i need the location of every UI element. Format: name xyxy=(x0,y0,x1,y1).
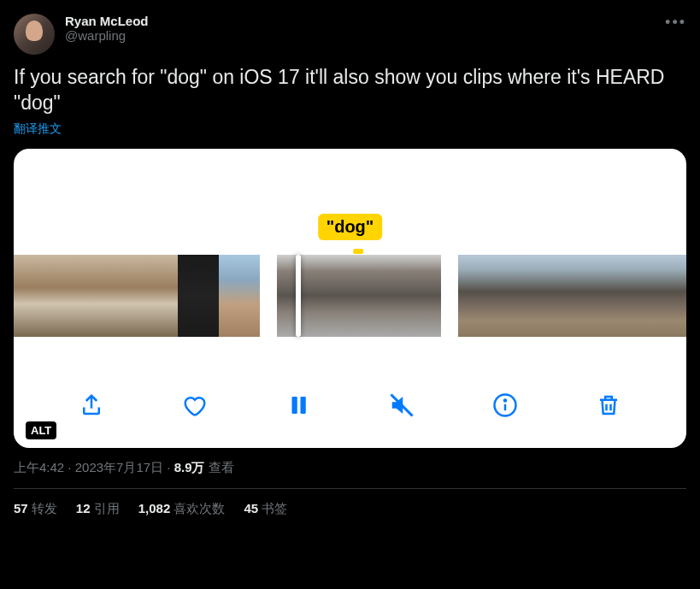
translate-link[interactable]: 翻译推文 xyxy=(14,121,686,137)
thumbnail xyxy=(400,255,441,337)
clip-group xyxy=(14,255,260,337)
meta-line: 上午4:42 · 2023年7月17日 · 8.9万 查看 xyxy=(14,460,686,489)
thumbnail xyxy=(318,255,359,337)
retweets-label: 转发 xyxy=(32,501,57,515)
user-handle: @warpling xyxy=(65,28,686,43)
delete-button[interactable] xyxy=(591,388,626,422)
svg-point-5 xyxy=(504,399,506,401)
trash-icon xyxy=(596,392,621,418)
video-timeline[interactable] xyxy=(14,255,686,337)
quotes-stat[interactable]: 12 引用 xyxy=(76,501,120,517)
likes-stat[interactable]: 1,082 喜欢次数 xyxy=(138,501,226,517)
alt-badge[interactable]: ALT xyxy=(26,421,56,439)
display-name: Ryan McLeod xyxy=(65,14,686,28)
svg-rect-1 xyxy=(300,397,305,414)
clip-group xyxy=(458,255,686,337)
avatar[interactable] xyxy=(14,14,55,55)
quotes-count: 12 xyxy=(76,501,91,515)
quotes-label: 引用 xyxy=(94,501,120,515)
thumbnail xyxy=(540,255,581,337)
svg-rect-0 xyxy=(291,397,297,414)
share-icon xyxy=(79,392,104,418)
thumbnail xyxy=(622,255,663,337)
tweet-time[interactable]: 上午4:42 xyxy=(14,460,64,474)
views-label: 查看 xyxy=(209,460,234,474)
info-icon xyxy=(492,392,518,418)
views-count: 8.9万 xyxy=(174,460,205,474)
like-button[interactable] xyxy=(178,388,212,422)
bookmarks-stat[interactable]: 45 书签 xyxy=(244,501,287,517)
bookmarks-count: 45 xyxy=(244,501,258,515)
bookmarks-label: 书签 xyxy=(262,501,287,515)
thumbnail xyxy=(458,255,499,337)
thumbnail xyxy=(178,255,219,337)
thumbnail xyxy=(137,255,178,337)
pause-icon xyxy=(285,392,311,418)
tweet-date[interactable]: 2023年7月17日 xyxy=(75,460,163,474)
info-button[interactable] xyxy=(488,388,522,422)
thumbnail xyxy=(581,255,622,337)
clip-group xyxy=(277,255,441,337)
pause-button[interactable] xyxy=(281,388,315,422)
tweet-text: If you search for "dog" on iOS 17 it'll … xyxy=(14,65,686,116)
tweet-header: Ryan McLeod @warpling xyxy=(14,14,686,55)
media-toolbar xyxy=(14,388,686,422)
thumbnail xyxy=(499,255,540,337)
share-button[interactable] xyxy=(74,388,109,422)
user-info[interactable]: Ryan McLeod @warpling xyxy=(65,14,686,43)
likes-label: 喜欢次数 xyxy=(174,501,225,515)
stats-line: 57 转发 12 引用 1,082 喜欢次数 45 书签 xyxy=(14,489,686,529)
likes-count: 1,082 xyxy=(138,501,171,515)
tweet-container: ••• Ryan McLeod @warpling If you search … xyxy=(0,0,700,543)
thumbnail xyxy=(219,255,260,337)
media-card[interactable]: "dog" xyxy=(14,149,686,448)
retweets-stat[interactable]: 57 转发 xyxy=(14,501,57,517)
retweets-count: 57 xyxy=(14,501,28,515)
mute-button[interactable] xyxy=(385,388,419,422)
more-icon[interactable]: ••• xyxy=(665,14,686,32)
thumbnail xyxy=(359,255,400,337)
thumbnail xyxy=(663,255,686,337)
mute-icon xyxy=(389,392,415,418)
thumbnail xyxy=(96,255,137,337)
search-tag-label: "dog" xyxy=(318,214,383,240)
heart-icon xyxy=(182,392,208,418)
thumbnail xyxy=(55,255,96,337)
thumbnail xyxy=(14,255,55,337)
playhead-icon[interactable] xyxy=(296,255,301,337)
